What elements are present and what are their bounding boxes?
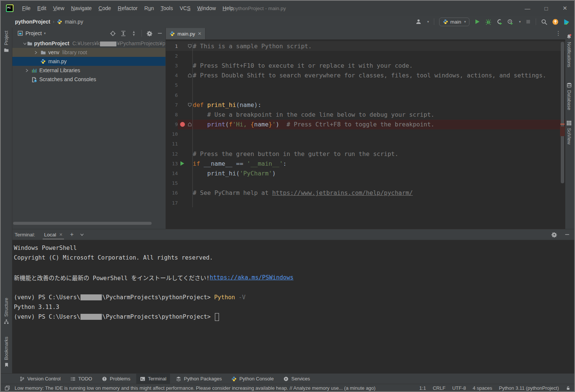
search-everywhere-icon[interactable] xyxy=(541,19,547,25)
tree-item-main-py[interactable]: main.py xyxy=(12,57,165,66)
code-line-6[interactable]: 6 xyxy=(166,90,565,100)
code-line-9[interactable]: 9 print(f'Hi, {name}') # Press Ctrl+F8 t… xyxy=(166,120,565,129)
profiler-button[interactable] xyxy=(507,19,513,25)
hide-panel-icon[interactable] xyxy=(157,31,162,36)
line-number[interactable]: 2 xyxy=(166,53,178,59)
more-options-icon[interactable]: ⋮ xyxy=(556,30,562,37)
code-line-15[interactable]: 15 xyxy=(166,178,565,188)
status-widget-3[interactable]: 4 spaces xyxy=(473,385,492,391)
run-with-coverage-button[interactable] xyxy=(496,19,502,25)
line-number[interactable]: 4 xyxy=(166,73,178,78)
terminal-tab-local[interactable]: Local ✕ xyxy=(40,229,67,240)
toolwindow-button-python-packages[interactable]: Python Packages xyxy=(172,374,225,384)
maximize-button[interactable]: □ xyxy=(537,1,556,16)
tab-main-py[interactable]: main.py ✕ xyxy=(166,28,206,39)
toolwindow-button-problems[interactable]: Problems xyxy=(98,374,134,384)
chevron-down-icon[interactable]: ▾ xyxy=(44,31,46,35)
menu-refactor[interactable]: Refactor xyxy=(115,4,141,13)
menu-navigate[interactable]: Navigate xyxy=(68,4,95,13)
pycharm-logo-icon[interactable]: PC xyxy=(6,4,13,12)
collapse-all-icon[interactable] xyxy=(131,31,137,36)
close-button[interactable]: ✕ xyxy=(556,1,574,16)
menu-file[interactable]: File xyxy=(19,4,34,13)
expand-all-icon[interactable] xyxy=(121,31,126,36)
toolwindow-button-python-console[interactable]: Python Console xyxy=(228,374,277,384)
status-widget-0[interactable]: 1:1 xyxy=(419,385,426,391)
update-available-icon[interactable] xyxy=(552,19,559,25)
tree-item-scratches-and-consoles[interactable]: Scratches and Consoles xyxy=(12,75,165,84)
new-session-icon[interactable]: + xyxy=(70,231,73,238)
stripe-item-notifications[interactable]: Notifications xyxy=(564,34,574,67)
line-number[interactable]: 9 xyxy=(166,122,178,127)
chevron-down-icon[interactable] xyxy=(80,232,84,237)
status-widget-1[interactable]: CRLF xyxy=(433,385,445,391)
terminal-output[interactable]: Windows PowerShellCopyright (C) Microsof… xyxy=(12,240,575,322)
status-widget-4[interactable]: Python 3.11 (pythonProject) xyxy=(499,385,559,391)
line-number[interactable]: 3 xyxy=(166,63,178,68)
lock-icon[interactable] xyxy=(566,386,571,391)
menu-window[interactable]: Window xyxy=(194,4,219,13)
ide-promo-icon[interactable] xyxy=(563,19,570,25)
select-opened-file-icon[interactable] xyxy=(110,31,116,36)
project-panel-title[interactable]: Project xyxy=(25,30,42,36)
toolwindow-button-services[interactable]: Services xyxy=(280,374,314,384)
status-message[interactable]: Low memory: The IDE is running low on me… xyxy=(15,385,375,391)
user-icon[interactable] xyxy=(416,19,422,25)
code-line-2[interactable]: 2 xyxy=(166,51,565,61)
editor-scrollbar[interactable] xyxy=(560,41,565,228)
menu-code[interactable]: Code xyxy=(95,4,114,13)
terminal-link[interactable]: https://aka.ms/PSWindows xyxy=(210,274,293,281)
toolwindow-button-terminal[interactable]: Terminal xyxy=(136,374,170,384)
code-line-16[interactable]: 16# See PyCharm help at https://www.jetb… xyxy=(166,188,565,198)
breakpoint-icon[interactable] xyxy=(178,122,187,127)
fold-start-icon[interactable] xyxy=(187,103,193,107)
line-number[interactable]: 7 xyxy=(166,102,178,108)
code-line-1[interactable]: 1# This is a sample Python script. xyxy=(166,41,565,51)
chevron-right-icon[interactable] xyxy=(32,50,39,55)
run-line-icon[interactable] xyxy=(178,161,187,166)
line-number[interactable]: 1 xyxy=(166,43,178,49)
line-number[interactable]: 15 xyxy=(166,180,178,186)
close-icon[interactable]: ✕ xyxy=(198,31,201,36)
run-config-selector[interactable]: main ▾ xyxy=(439,18,470,26)
breadcrumb-project[interactable]: pythonProject xyxy=(15,19,50,25)
code-area[interactable]: 1# This is a sample Python script.23# Pr… xyxy=(166,41,565,208)
code-line-14[interactable]: 14 print_hi('PyCharm') xyxy=(166,168,565,178)
breadcrumb-file[interactable]: main.py xyxy=(65,19,83,25)
code-line-8[interactable]: 8 # Use a breakpoint in the code line be… xyxy=(166,110,565,119)
fold-end-icon[interactable] xyxy=(187,122,193,126)
menu-tools[interactable]: Tools xyxy=(157,4,176,13)
code-line-13[interactable]: 13if __name__ == '__main__': xyxy=(166,159,565,168)
line-number[interactable]: 11 xyxy=(166,141,178,147)
stripe-item-database[interactable]: Database xyxy=(564,82,574,110)
tree-item-external-libraries[interactable]: External Libraries xyxy=(12,66,165,75)
line-number[interactable]: 10 xyxy=(166,131,178,137)
scrollbar-thumb[interactable] xyxy=(561,42,564,183)
fold-end-icon[interactable] xyxy=(187,73,193,77)
hide-panel-icon[interactable] xyxy=(565,232,570,237)
line-number[interactable]: 12 xyxy=(166,151,178,157)
menu-run[interactable]: Run xyxy=(141,4,158,13)
code-line-11[interactable]: 11 xyxy=(166,139,565,149)
line-number[interactable]: 14 xyxy=(166,171,178,176)
line-number[interactable]: 8 xyxy=(166,112,178,117)
line-number[interactable]: 13 xyxy=(166,161,178,166)
chevron-right-icon[interactable] xyxy=(23,68,30,73)
toolwindow-button-version-control[interactable]: Version Control xyxy=(16,374,64,384)
code-line-7[interactable]: 7def print_hi(name): xyxy=(166,100,565,110)
debug-button[interactable] xyxy=(485,19,492,25)
line-number[interactable]: 5 xyxy=(166,82,178,88)
gear-icon[interactable] xyxy=(551,232,557,238)
code-line-12[interactable]: 12# Press the green button in the gutter… xyxy=(166,149,565,159)
stripe-item-sciview[interactable]: SciView xyxy=(564,120,574,144)
stripe-item-project[interactable]: Project xyxy=(1,31,12,53)
minimize-button[interactable]: — xyxy=(518,1,537,16)
stripe-item-bookmarks[interactable]: Bookmarks xyxy=(1,337,12,367)
code-line-10[interactable]: 10 xyxy=(166,129,565,139)
chevron-down-icon[interactable] xyxy=(23,42,27,46)
line-number[interactable]: 16 xyxy=(166,190,178,196)
run-button[interactable] xyxy=(474,19,480,25)
code-line-17[interactable]: 17 xyxy=(166,198,565,208)
status-widget-2[interactable]: UTF-8 xyxy=(452,385,466,391)
menu-view[interactable]: View xyxy=(50,4,68,13)
